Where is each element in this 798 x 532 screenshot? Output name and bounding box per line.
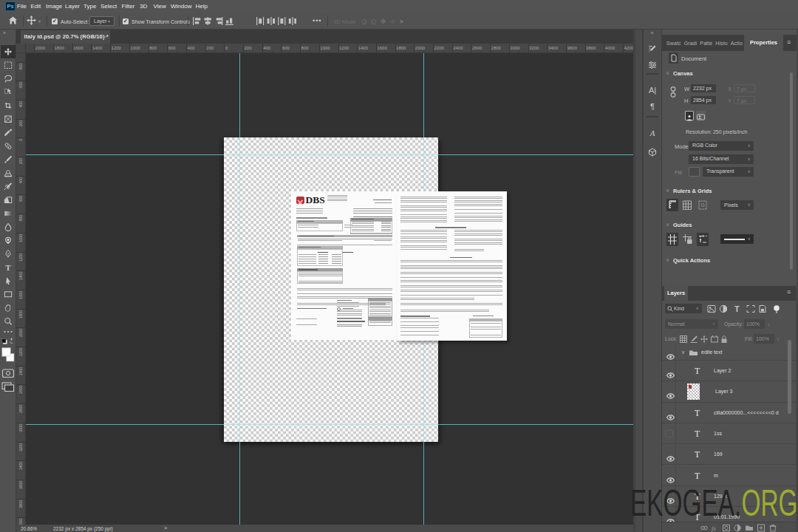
svg-text:¶: ¶ — [650, 102, 655, 111]
svg-text:T: T — [5, 263, 11, 272]
svg-text:fx: fx — [712, 525, 716, 532]
svg-text:A|: A| — [648, 86, 655, 95]
svg-text:A: A — [649, 129, 655, 137]
svg-text:T: T — [734, 304, 740, 313]
